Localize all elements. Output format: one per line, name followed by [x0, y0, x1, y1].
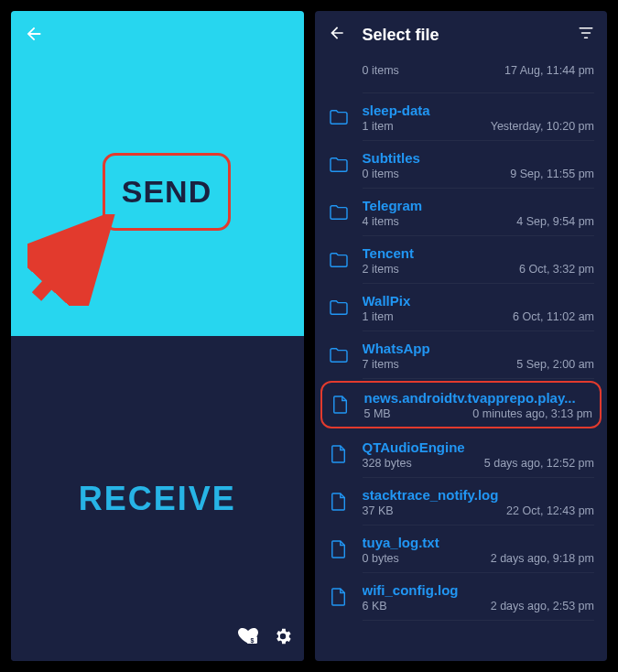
item-sub-left: 5 MB: [364, 407, 391, 420]
file-row[interactable]: wifi_config.log6 KB2 days ago, 2:53 pm: [315, 573, 608, 621]
item-sub-left: 1 item: [363, 310, 394, 323]
item-name: tuya_log.txt: [363, 535, 595, 550]
item-name: Telegram: [363, 198, 595, 213]
file-icon: [328, 539, 350, 559]
item-sub-left: 0 items: [363, 64, 399, 77]
file-row[interactable]: stacktrace_notify.log37 KB22 Oct, 12:43 …: [315, 478, 608, 526]
item-sub-left: 4 items: [363, 215, 399, 228]
item-sub-left: 328 bytes: [363, 457, 412, 470]
filter-icon[interactable]: [578, 25, 594, 45]
item-name: QTAudioEngine: [363, 439, 595, 455]
send-panel: SEND: [11, 11, 304, 336]
item-sub-left: 7 items: [363, 358, 399, 371]
folder-icon: [328, 299, 350, 316]
item-sub-left: 6 KB: [363, 600, 387, 612]
item-name: wifi_config.log: [363, 582, 595, 598]
item-sub-right: 22 Oct, 12:43 pm: [506, 504, 594, 517]
folder-icon: [328, 252, 350, 268]
file-picker-header: Select file: [315, 11, 608, 59]
item-sub-right: 5 Sep, 2:00 am: [516, 358, 594, 371]
page-title: Select file: [363, 26, 562, 45]
file-icon: [330, 395, 352, 415]
folder-icon: [328, 347, 350, 363]
item-sub-right: 6 Oct, 11:02 am: [513, 310, 594, 323]
folder-row[interactable]: sleep-data1 itemYesterday, 10:20 pm: [315, 93, 608, 141]
file-row[interactable]: tuya_log.txt0 bytes2 days ago, 9:18 pm: [315, 526, 608, 573]
item-sub-right: 17 Aug, 11:44 pm: [504, 64, 594, 77]
folder-icon: [328, 109, 350, 125]
item-sub-right: 5 days ago, 12:52 pm: [484, 457, 594, 470]
item-sub-right: 6 Oct, 3:32 pm: [519, 263, 594, 276]
file-picker-screen: Select file 0 items17 Aug, 11:44 pmsleep…: [315, 11, 608, 661]
item-sub-right: Yesterday, 10:20 pm: [491, 120, 594, 133]
item-sub-right: 2 days ago, 9:18 pm: [491, 552, 594, 565]
folder-row[interactable]: Telegram4 items4 Sep, 9:54 pm: [315, 189, 608, 236]
item-name: WhatsApp: [363, 341, 595, 356]
item-name: news.androidtv.tvapprepo.play...: [364, 390, 593, 406]
donate-icon[interactable]: $: [236, 626, 260, 650]
back-button[interactable]: [24, 24, 44, 48]
item-name: stacktrace_notify.log: [363, 487, 595, 503]
svg-text:$: $: [250, 637, 254, 645]
receive-label: RECEIVE: [79, 480, 236, 517]
item-sub-left: 1 item: [363, 120, 394, 133]
item-name: Tencent: [363, 245, 595, 261]
item-sub-right: 0 minutes ago, 3:13 pm: [472, 407, 592, 420]
annotation-arrow-icon: [27, 214, 119, 306]
item-sub-left: 37 KB: [363, 504, 394, 517]
back-button[interactable]: [328, 24, 346, 46]
send-button[interactable]: SEND: [103, 153, 231, 231]
send-label: SEND: [122, 174, 211, 210]
item-sub-left: 0 bytes: [363, 552, 399, 565]
receive-button[interactable]: RECEIVE: [79, 480, 236, 518]
item-sub-left: 0 items: [363, 168, 399, 180]
item-sub-left: 2 items: [363, 263, 399, 276]
item-name: Subtitles: [363, 150, 595, 166]
receive-panel: RECEIVE $: [11, 336, 304, 661]
folder-row[interactable]: Subtitles0 items9 Sep, 11:55 pm: [315, 141, 608, 189]
footer-icons: $: [236, 626, 293, 650]
folder-icon: [328, 157, 350, 173]
folder-icon: [328, 204, 350, 221]
svg-line-1: [37, 229, 99, 297]
folder-row[interactable]: 0 items17 Aug, 11:44 pm: [315, 62, 608, 93]
file-icon: [328, 492, 350, 512]
item-sub-right: 2 days ago, 2:53 pm: [491, 600, 594, 612]
file-list: 0 items17 Aug, 11:44 pmsleep-data1 itemY…: [315, 59, 608, 661]
file-icon: [328, 587, 350, 607]
folder-row[interactable]: Tencent2 items6 Oct, 3:32 pm: [315, 236, 608, 284]
item-sub-right: 9 Sep, 11:55 pm: [510, 168, 594, 180]
item-sub-right: 4 Sep, 9:54 pm: [516, 215, 594, 228]
item-name: WallPix: [363, 293, 595, 309]
file-row[interactable]: QTAudioEngine328 bytes5 days ago, 12:52 …: [315, 430, 608, 478]
send-receive-screen: SEND RECEIVE $: [11, 11, 304, 661]
file-icon: [328, 444, 350, 464]
file-row[interactable]: news.androidtv.tvapprepo.play...5 MB0 mi…: [320, 381, 602, 428]
item-name: sleep-data: [363, 103, 595, 118]
folder-row[interactable]: WhatsApp7 items5 Sep, 2:00 am: [315, 331, 608, 379]
folder-row[interactable]: WallPix1 item6 Oct, 11:02 am: [315, 284, 608, 331]
settings-icon[interactable]: [273, 626, 293, 650]
